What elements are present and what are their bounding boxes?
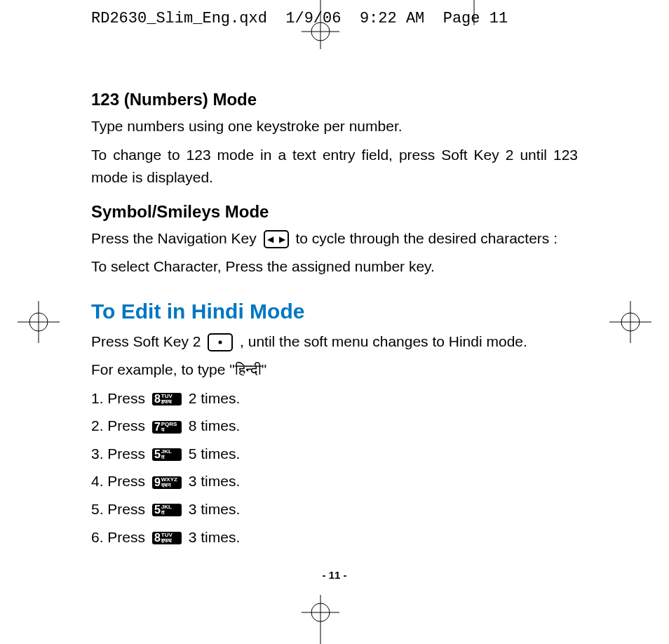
paragraph: Press the Navigation Key to cycle throug… <box>91 227 578 250</box>
crop-marks-bottom <box>0 581 669 644</box>
hindi-word: हिन्दी <box>235 361 262 377</box>
phone-key-icon: 5JKLत <box>152 504 182 516</box>
step-item: 3. Press 5JKLत 5 times. <box>91 443 578 466</box>
step-list: 1. Press 8TUVहफघ 2 times.2. Press 7PQRSय… <box>91 387 578 549</box>
heading-hindi-mode: To Edit in Hindi Mode <box>91 300 578 323</box>
page-content: 123 (Numbers) Mode Type numbers using on… <box>91 77 578 581</box>
heading-symbol-mode: Symbol/Smileys Mode <box>91 202 578 222</box>
paragraph: Type numbers using one keystroke per num… <box>91 115 578 138</box>
page-number: - 11 - <box>0 569 669 581</box>
step-item: 4. Press 9WXYZदधन 3 times. <box>91 470 578 493</box>
phone-key-icon: 5JKLत <box>152 448 182 461</box>
heading-123-mode: 123 (Numbers) Mode <box>91 90 578 109</box>
crop-marks-right <box>578 0 669 644</box>
paragraph: For example, to type "हिन्दी" <box>91 358 578 382</box>
phone-key-icon: 8TUVहफघ <box>152 393 182 405</box>
phone-key-icon: 9WXYZदधन <box>152 476 182 489</box>
paragraph: To change to 123 mode in a text entry fi… <box>91 144 578 189</box>
step-item: 2. Press 7PQRSय 8 times. <box>91 415 578 438</box>
phone-key-icon: 7PQRSय <box>152 421 182 434</box>
paragraph: Press Soft Key 2 , until the soft menu c… <box>91 330 578 354</box>
crop-marks-left <box>0 0 91 644</box>
softkey2-icon <box>208 333 233 351</box>
step-item: 6. Press 8TUVहफघ 3 times. <box>91 526 578 549</box>
step-item: 1. Press 8TUVहफघ 2 times. <box>91 387 578 410</box>
paragraph: To select Character, Press the assigned … <box>91 255 578 279</box>
nav-key-icon <box>264 230 289 248</box>
phone-key-icon: 8TUVहफघ <box>152 532 182 544</box>
crop-marks-top <box>0 0 669 63</box>
step-item: 5. Press 5JKLत 3 times. <box>91 498 578 521</box>
